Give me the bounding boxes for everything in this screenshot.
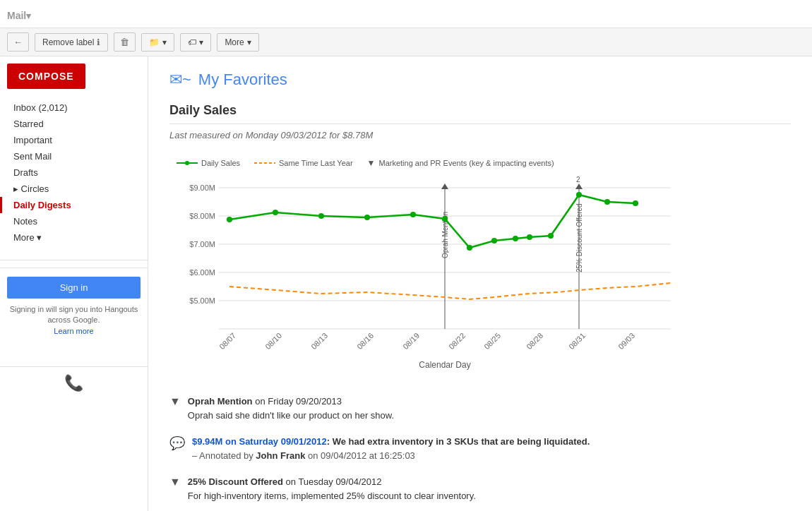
signin-text: Signing in will sign you into Hangouts a… xyxy=(7,304,141,337)
svg-text:09/03: 09/03 xyxy=(616,331,636,351)
svg-point-21 xyxy=(227,217,232,222)
back-button[interactable]: ← xyxy=(7,32,29,52)
svg-text:08/25: 08/25 xyxy=(482,331,502,351)
sidebar-item-daily-digests[interactable]: Daily Digests xyxy=(0,197,148,213)
svg-point-1 xyxy=(185,161,189,165)
page-title: My Favorites xyxy=(198,71,287,89)
sidebar-item-circles[interactable]: ▸ Circles xyxy=(0,181,148,197)
svg-point-28 xyxy=(491,238,497,244)
oprah-title: Oprah Mention xyxy=(188,396,253,407)
discount-date: on Tuesday 09/04/2012 xyxy=(286,476,382,487)
svg-text:$9.00M: $9.00M xyxy=(189,184,215,192)
svg-text:$8.00M: $8.00M xyxy=(189,212,215,220)
legend-same-time: Same Time Last Year xyxy=(254,159,353,167)
svg-text:$7.00M: $7.00M xyxy=(189,240,215,248)
discount-annotation-text: 25% Discount Offered on Tuesday 09/04/20… xyxy=(188,475,476,503)
svg-text:Calendar Day: Calendar Day xyxy=(419,360,470,370)
svg-text:$6.00M: $6.00M xyxy=(189,268,215,277)
legend-events: ▼ Marketing and PR Events (key & impacti… xyxy=(367,158,554,168)
page-header: ✉~ My Favorites xyxy=(169,71,791,89)
svg-point-23 xyxy=(318,213,324,219)
sidebar-item-inbox[interactable]: Inbox (2,012) xyxy=(0,100,148,116)
svg-text:$5.00M: $5.00M xyxy=(189,296,215,305)
sidebar-item-more-label: More ▾ xyxy=(13,232,42,243)
legend-same-time-label: Same Time Last Year xyxy=(279,159,353,167)
signin-button[interactable]: Sign in xyxy=(7,277,141,299)
remove-label-text: Remove label xyxy=(42,37,94,47)
nav-divider xyxy=(0,260,148,260)
svg-point-22 xyxy=(273,210,278,215)
mail-logo-arrow: ▾ xyxy=(26,11,31,21)
discount-triangle-icon: ▼ xyxy=(169,476,181,488)
page-icon: ✉~ xyxy=(169,71,191,89)
inventory-blue-icon: 💬 xyxy=(169,435,185,451)
daily-sales-title: Daily Sales xyxy=(169,103,791,124)
svg-text:25% Discount Offered: 25% Discount Offered xyxy=(575,203,583,272)
legend-daily-sales-icon xyxy=(177,159,198,167)
legend-daily-sales: Daily Sales xyxy=(177,159,240,167)
svg-text:08/28: 08/28 xyxy=(525,331,544,351)
daily-sales-subtitle: Last measured on Monday 09/03/2012 for $… xyxy=(169,130,791,140)
compose-button[interactable]: COMPOSE xyxy=(7,64,85,89)
more-button[interactable]: More ▾ xyxy=(217,33,258,52)
sidebar-item-notes-label: Notes xyxy=(13,216,37,227)
delete-button[interactable]: 🗑 xyxy=(114,32,136,52)
oprah-triangle-icon: ▼ xyxy=(169,395,181,408)
inventory-colon-text: : We had extra inventory in 3 SKUs that … xyxy=(327,436,590,447)
folder-icon: 📁 xyxy=(149,37,160,47)
tag-button[interactable]: 🏷 ▾ xyxy=(180,33,211,52)
legend-daily-sales-label: Daily Sales xyxy=(201,159,240,167)
learn-more-link[interactable]: Learn more xyxy=(54,327,93,335)
svg-point-32 xyxy=(576,192,582,198)
sidebar-item-drafts-label: Drafts xyxy=(13,167,38,178)
svg-point-27 xyxy=(467,245,472,251)
more-arrow: ▾ xyxy=(247,37,251,47)
remove-label-info-icon: ℹ xyxy=(97,37,100,47)
toolbar: ← Remove label ℹ 🗑 📁 ▾ 🏷 ▾ More ▾ xyxy=(0,28,812,56)
discount-title: 25% Discount Offered xyxy=(188,476,283,487)
sidebar-item-inbox-label: Inbox (2,012) xyxy=(13,102,68,113)
main-layout: COMPOSE Inbox (2,012) Starred Important … xyxy=(0,56,812,511)
sidebar-item-starred[interactable]: Starred xyxy=(0,116,148,132)
mail-logo[interactable]: Mail▾ xyxy=(7,5,31,23)
daily-sales-section: Daily Sales Last measured on Monday 09/0… xyxy=(169,103,791,511)
svg-text:08/07: 08/07 xyxy=(217,331,237,351)
svg-point-26 xyxy=(442,216,448,222)
svg-point-31 xyxy=(548,233,554,239)
annotations-section: ▼ Oprah Mention on Friday 09/20/2013 Opr… xyxy=(169,395,791,511)
svg-text:08/16: 08/16 xyxy=(355,331,375,351)
oprah-annotation-text: Oprah Mention on Friday 09/20/2013 Oprah… xyxy=(188,395,394,422)
sidebar-item-important[interactable]: Important xyxy=(0,132,148,148)
svg-point-24 xyxy=(364,215,370,220)
sidebar-item-more[interactable]: More ▾ xyxy=(0,229,148,246)
discount-body: For high-inventory items, implemented 25… xyxy=(188,491,476,501)
mail-logo-text: Mail xyxy=(7,10,26,21)
remove-label-button[interactable]: Remove label ℹ xyxy=(35,33,108,52)
folder-arrow: ▾ xyxy=(162,37,167,47)
svg-point-29 xyxy=(513,236,518,241)
tag-arrow: ▾ xyxy=(199,37,203,47)
phone-icon: 📞 xyxy=(64,374,83,392)
chart-container: Daily Sales Same Time Last Year ▼ Market… xyxy=(169,151,791,380)
sales-chart: $9.00M $8.00M $7.00M $6.00M $5.00M Oprah… xyxy=(177,174,685,371)
svg-point-25 xyxy=(410,212,416,217)
tag-icon: 🏷 xyxy=(188,37,196,47)
sidebar-item-sent[interactable]: Sent Mail xyxy=(0,148,148,164)
svg-text:08/13: 08/13 xyxy=(309,331,329,351)
folder-button[interactable]: 📁 ▾ xyxy=(141,33,174,52)
sidebar-item-circles-label: ▸ Circles xyxy=(13,184,49,194)
legend-events-icon: ▼ xyxy=(367,158,376,168)
annotation-discount: ▼ 25% Discount Offered on Tuesday 09/04/… xyxy=(169,475,791,503)
inventory-annotator: – Annotated by John Frank on 09/04/2012 … xyxy=(192,450,415,461)
oprah-body: Oprah said she didn't like our product o… xyxy=(188,410,394,421)
sidebar: COMPOSE Inbox (2,012) Starred Important … xyxy=(0,56,148,511)
sidebar-item-notes[interactable]: Notes xyxy=(0,213,148,229)
sidebar-item-important-label: Important xyxy=(13,135,52,145)
legend-events-label: Marketing and PR Events (key & impacting… xyxy=(378,159,554,167)
svg-text:08/22: 08/22 xyxy=(447,331,467,351)
inventory-link[interactable]: $9.94M on Saturday 09/01/2012 xyxy=(192,436,327,447)
chart-legend: Daily Sales Same Time Last Year ▼ Market… xyxy=(177,158,784,168)
oprah-date: on Friday 09/20/2013 xyxy=(255,396,342,407)
sidebar-item-drafts[interactable]: Drafts xyxy=(0,164,148,181)
svg-marker-18 xyxy=(441,184,448,189)
